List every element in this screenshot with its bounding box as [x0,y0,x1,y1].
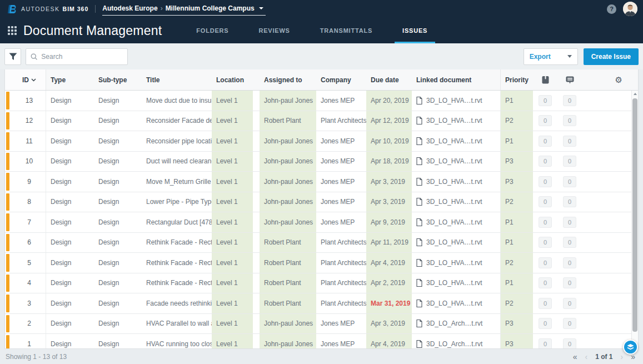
linked-document-link[interactable]: 3D_LO_HVA…t.rvt [412,131,501,151]
tab-folders[interactable]: FOLDERS [188,18,236,43]
table-row[interactable]: 1 Design Design HVAC running too close… … [5,334,638,349]
app-launcher-icon[interactable] [8,26,17,35]
user-avatar[interactable] [623,2,637,16]
linked-document-link[interactable]: 3D_LO_HVA…t.rvt [412,192,501,212]
linked-document-link[interactable]: 3D_LO_HVA…t.rvt [412,111,501,131]
issue-title-cell[interactable]: Move duct due to insul… [142,91,212,111]
issue-status-cell [5,233,13,253]
help-icon[interactable]: ? [607,4,616,14]
table-row[interactable]: 8 Design Design Lower Pipe - Pipe Types…… [5,192,638,213]
issue-title-cell[interactable]: Reconsider Facade desi… [142,111,212,131]
search-input[interactable] [41,53,123,61]
gap-cell [253,111,260,131]
assistant-chat-widget[interactable] [623,340,638,355]
issue-title-cell[interactable]: Rethink Facade - Recta… [142,253,212,273]
issue-title-cell[interactable]: Move M_Return Grille - … [142,172,212,192]
project-breadcrumb[interactable]: Autodesk Europe › Millennium College Cam… [102,3,265,16]
linked-document-link[interactable]: 3D_LO_HVA…t.rvt [412,212,501,232]
table-row[interactable]: 11 Design Design Reconsider pipe locatio… [5,131,638,152]
tab-issues[interactable]: ISSUES [395,18,435,43]
funnel-icon [9,53,17,61]
table-row[interactable]: 6 Design Design Rethink Facade - Recta… … [5,233,638,253]
issue-title-cell[interactable]: Lower Pipe - Pipe Types… [142,192,212,212]
search-box[interactable] [26,48,128,65]
linked-document-link[interactable]: 3D_LO_Arch…t.rvt [412,314,501,334]
row-end-cell [582,253,638,273]
gear-icon[interactable]: ⚙ [615,76,622,84]
column-header-type[interactable]: Type [46,69,94,90]
issue-title-cell[interactable]: HVAC Parallel to wall an… [142,314,212,334]
issue-title-cell[interactable]: Facade needs rethinkin… [142,293,212,313]
table-row[interactable]: 3 Design Design Facade needs rethinkin… … [5,293,638,314]
status-bar-column-header [5,69,13,90]
column-header-due-date[interactable]: Due date [366,69,412,90]
issue-assigned-to-cell: Robert Plant [260,233,316,253]
table-row[interactable]: 9 Design Design Move M_Return Grille - …… [5,172,638,192]
issue-title-cell[interactable]: Duct will need clearanc… [142,152,212,172]
column-header-comments[interactable] [557,69,582,90]
tab-reviews[interactable]: REVIEWS [251,18,297,43]
first-page-button[interactable]: « [573,352,577,361]
column-header-location[interactable]: Location [212,69,253,90]
tab-transmittals[interactable]: TRANSMITTALS [312,18,380,43]
gap-cell [253,253,260,273]
scroll-up-arrow[interactable] [632,91,638,97]
column-header-assigned-to[interactable]: Assigned to [260,69,316,90]
table-header-row: ID Type Sub-type Title Location Assigned… [5,69,638,91]
linked-document-link[interactable]: 3D_LO_HVA…t.rvt [412,152,501,172]
issue-title-cell[interactable]: Rectangular Duct [4788… [142,212,212,232]
column-header-company[interactable]: Company [316,69,366,90]
issue-status-cell [5,131,13,151]
table-row[interactable]: 4 Design Design Rethink Facade - Recta… … [5,273,638,294]
column-header-linked-document[interactable]: Linked document [412,69,501,90]
attachments-count-cell: 0 [533,293,557,313]
table-row[interactable]: 7 Design Design Rectangular Duct [4788… … [5,212,638,233]
column-header-id[interactable]: ID [13,69,46,90]
breadcrumb-project[interactable]: Millennium College Campus [166,4,255,12]
table-row[interactable]: 13 Design Design Move duct due to insul…… [5,91,638,111]
issue-title-cell[interactable]: Reconsider pipe locatio… [142,131,212,151]
attachments-count-cell: 0 [533,212,557,232]
comments-count-badge: 0 [563,176,576,187]
linked-document-link[interactable]: 3D_LO_Arch…t.rvt [412,334,501,349]
vertical-scrollbar[interactable] [631,91,638,348]
issue-company-cell: Plant Architects [316,253,366,273]
linked-document-link[interactable]: 3D_LO_HVA…t.rvt [412,293,501,313]
filter-button[interactable] [4,48,21,65]
linked-document-link[interactable]: 3D_LO_HVA…t.rvt [412,233,501,253]
column-header-subtype[interactable]: Sub-type [94,69,142,90]
document-icon [416,259,422,267]
issue-type-cell: Design [46,111,94,131]
previous-page-button[interactable]: ‹ [585,352,588,361]
gap-cell [253,152,260,172]
issue-status-bar [6,173,9,191]
table-row[interactable]: 2 Design Design HVAC Parallel to wall an… [5,314,638,335]
scrollbar-thumb[interactable] [632,98,637,332]
create-issue-button[interactable]: Create Issue [584,48,639,65]
issue-due-date-cell: Apr 3, 2019 [366,172,412,192]
linked-document-link[interactable]: 3D_LO_HVA…t.rvt [412,91,501,111]
breadcrumb-account[interactable]: Autodesk Europe [102,4,157,12]
export-dropdown[interactable]: Export [524,48,578,65]
column-header-title[interactable]: Title [142,69,212,90]
gap-cell [253,233,260,253]
linked-document-link[interactable]: 3D_LO_HVA…t.rvt [412,273,501,293]
linked-document-name: 3D_LO_HVA…t.rvt [426,137,482,145]
linked-document-link[interactable]: 3D_LO_HVA…t.rvt [412,253,501,273]
table-row[interactable]: 12 Design Design Reconsider Facade desi…… [5,111,638,132]
attachments-count-cell: 0 [533,334,557,349]
table-row[interactable]: 5 Design Design Rethink Facade - Recta… … [5,253,638,273]
table-row[interactable]: 10 Design Design Duct will need clearanc… [5,152,638,172]
chevron-down-icon [567,55,572,58]
issues-table: ID Type Sub-type Title Location Assigned… [4,69,639,349]
column-header-priority[interactable]: Priority [501,69,533,90]
issue-title-cell[interactable]: Rethink Facade - Recta… [142,233,212,253]
next-page-button[interactable]: › [621,352,624,361]
linked-document-link[interactable]: 3D_LO_HVA…t.rvt [412,172,501,192]
issue-company-cell: Jones MEP [316,91,366,111]
issue-title-cell[interactable]: Rethink Facade - Recta… [142,273,212,293]
column-settings[interactable]: ⚙ [582,69,631,90]
column-header-attachments[interactable] [533,69,557,90]
issue-id-cell: 2 [13,314,46,334]
issue-title-cell[interactable]: HVAC running too close… [142,334,212,349]
